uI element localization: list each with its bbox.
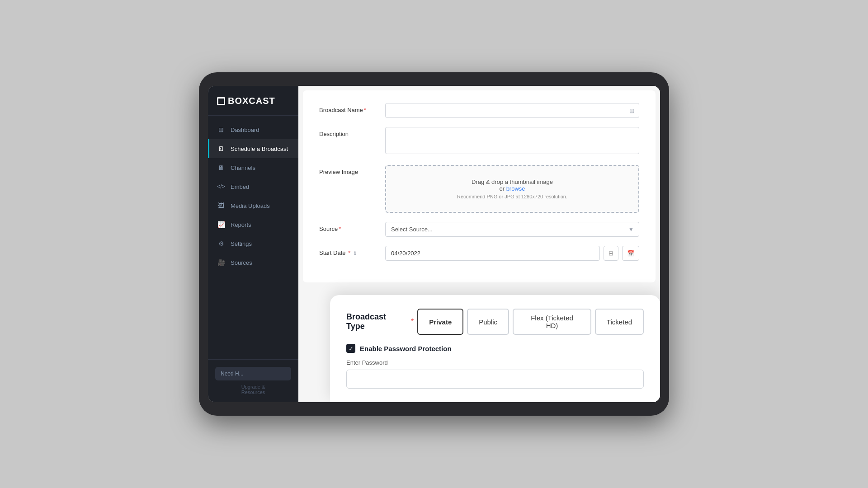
sidebar-item-reports-label: Reports bbox=[231, 221, 251, 228]
sidebar-item-settings[interactable]: ⚙ Settings bbox=[208, 234, 298, 253]
type-btn-public[interactable]: Public bbox=[467, 309, 509, 335]
broadcast-type-card: Broadcast Type * Private Public Flex (Ti… bbox=[330, 295, 660, 402]
sidebar-item-channels-label: Channels bbox=[231, 164, 255, 171]
sidebar-item-sources[interactable]: 🎥 Sources bbox=[208, 253, 298, 272]
start-date-row: Start Date * ℹ 04/20/2022 ⊞ 📅 bbox=[319, 246, 639, 261]
tablet-inner: BOXCAST ⊞ Dashboard 🗓 Schedule a Broadca… bbox=[208, 86, 660, 402]
source-label: Source* bbox=[319, 222, 378, 232]
sidebar-bottom: Need H... Upgrade & Resources bbox=[208, 359, 298, 402]
password-input[interactable] bbox=[346, 370, 644, 389]
broadcast-name-input[interactable] bbox=[385, 103, 639, 118]
source-field: Select Source... ▼ bbox=[385, 222, 639, 237]
description-row: Description bbox=[319, 127, 639, 156]
sources-icon: 🎥 bbox=[217, 258, 225, 267]
need-help-button[interactable]: Need H... bbox=[215, 367, 291, 380]
reports-icon: 📈 bbox=[217, 221, 225, 229]
broadcast-name-row: Broadcast Name* ⊞ bbox=[319, 103, 639, 118]
type-btn-ticketed[interactable]: Ticketed bbox=[595, 309, 644, 335]
sidebar-nav: ⊞ Dashboard 🗓 Schedule a Broadcast 🖥 Cha… bbox=[208, 116, 298, 359]
enable-password-checkbox[interactable]: ✓ bbox=[346, 344, 355, 353]
enter-password-label: Enter Password bbox=[346, 359, 644, 366]
preview-drop-zone[interactable]: Drag & drop a thumbnail image or browse … bbox=[385, 165, 639, 213]
description-label: Description bbox=[319, 127, 378, 137]
sidebar-item-media-uploads-label: Media Uploads bbox=[231, 202, 270, 209]
sidebar-upgrade-text: Upgrade & Resources bbox=[215, 384, 291, 395]
source-select[interactable]: Select Source... bbox=[385, 222, 639, 237]
sidebar-item-embed[interactable]: </> Embed bbox=[208, 177, 298, 196]
logo-box-icon bbox=[217, 97, 225, 105]
main-content: Broadcast Name* ⊞ Description bbox=[298, 86, 660, 402]
broadcast-type-label: Broadcast Type bbox=[346, 312, 406, 331]
description-field bbox=[385, 127, 639, 156]
password-section: ✓ Enable Password Protection Enter Passw… bbox=[346, 344, 644, 389]
date-wrap: 04/20/2022 ⊞ 📅 bbox=[385, 246, 639, 261]
sidebar-item-dashboard[interactable]: ⊞ Dashboard bbox=[208, 120, 298, 139]
type-buttons: Private Public Flex (Ticketed HD) Ticket… bbox=[417, 309, 644, 335]
broadcast-name-required: * bbox=[364, 107, 366, 113]
logo-area: BOXCAST bbox=[208, 86, 298, 116]
type-btn-flex-ticketed[interactable]: Flex (Ticketed HD) bbox=[513, 309, 591, 335]
calendar-button[interactable]: 📅 bbox=[622, 246, 639, 261]
dashboard-icon: ⊞ bbox=[217, 126, 225, 134]
source-select-wrap: Select Source... ▼ bbox=[385, 222, 639, 237]
broadcast-name-field: ⊞ bbox=[385, 103, 639, 118]
sidebar-item-sources-label: Sources bbox=[231, 259, 252, 266]
media-uploads-icon: 🖼 bbox=[217, 202, 225, 210]
preview-recommend-text: Recommend PNG or JPG at 1280x720 resolut… bbox=[393, 194, 631, 199]
sidebar-item-media-uploads[interactable]: 🖼 Media Uploads bbox=[208, 196, 298, 215]
settings-icon: ⚙ bbox=[217, 239, 225, 248]
channels-icon: 🖥 bbox=[217, 164, 225, 172]
type-btn-private[interactable]: Private bbox=[417, 309, 463, 335]
preview-drop-text: Drag & drop a thumbnail image or browse bbox=[393, 178, 631, 192]
embed-icon: </> bbox=[217, 183, 225, 191]
source-row: Source* Select Source... ▼ bbox=[319, 222, 639, 237]
start-date-field: 04/20/2022 ⊞ 📅 bbox=[385, 246, 639, 261]
form-container: Broadcast Name* ⊞ Description bbox=[303, 90, 656, 282]
password-check-row: ✓ Enable Password Protection bbox=[346, 344, 644, 353]
start-date-required: * bbox=[348, 249, 350, 256]
schedule-broadcast-icon: 🗓 bbox=[217, 145, 225, 153]
app-logo: BOXCAST bbox=[217, 96, 289, 106]
enable-password-label: Enable Password Protection bbox=[360, 345, 452, 352]
sidebar-item-schedule-broadcast[interactable]: 🗓 Schedule a Broadcast bbox=[208, 139, 298, 158]
start-date-info-icon[interactable]: ℹ bbox=[354, 250, 356, 256]
sidebar-item-settings-label: Settings bbox=[231, 240, 252, 247]
broadcast-type-required: * bbox=[411, 318, 414, 326]
preview-browse-link[interactable]: browse bbox=[506, 185, 525, 192]
sidebar-item-schedule-broadcast-label: Schedule a Broadcast bbox=[231, 145, 288, 152]
broadcast-name-label: Broadcast Name* bbox=[319, 103, 378, 113]
broadcast-name-icon: ⊞ bbox=[629, 107, 635, 114]
start-date-input[interactable]: 04/20/2022 bbox=[385, 246, 600, 261]
broadcast-type-header: Broadcast Type * Private Public Flex (Ti… bbox=[346, 309, 644, 335]
broadcast-name-wrap: ⊞ bbox=[385, 103, 639, 118]
sidebar: BOXCAST ⊞ Dashboard 🗓 Schedule a Broadca… bbox=[208, 86, 298, 402]
start-date-label: Start Date * ℹ bbox=[319, 246, 378, 256]
tablet-frame: BOXCAST ⊞ Dashboard 🗓 Schedule a Broadca… bbox=[199, 72, 669, 416]
preview-image-row: Preview Image Drag & drop a thumbnail im… bbox=[319, 165, 639, 213]
date-picker-button[interactable]: ⊞ bbox=[604, 246, 618, 261]
sidebar-item-reports[interactable]: 📈 Reports bbox=[208, 215, 298, 234]
preview-image-label: Preview Image bbox=[319, 165, 378, 175]
sidebar-item-channels[interactable]: 🖥 Channels bbox=[208, 158, 298, 177]
preview-image-field: Drag & drop a thumbnail image or browse … bbox=[385, 165, 639, 213]
sidebar-item-dashboard-label: Dashboard bbox=[231, 127, 259, 133]
description-input[interactable] bbox=[385, 127, 639, 154]
source-required: * bbox=[339, 225, 341, 232]
sidebar-item-embed-label: Embed bbox=[231, 183, 249, 190]
app-name: BOXCAST bbox=[228, 96, 275, 106]
